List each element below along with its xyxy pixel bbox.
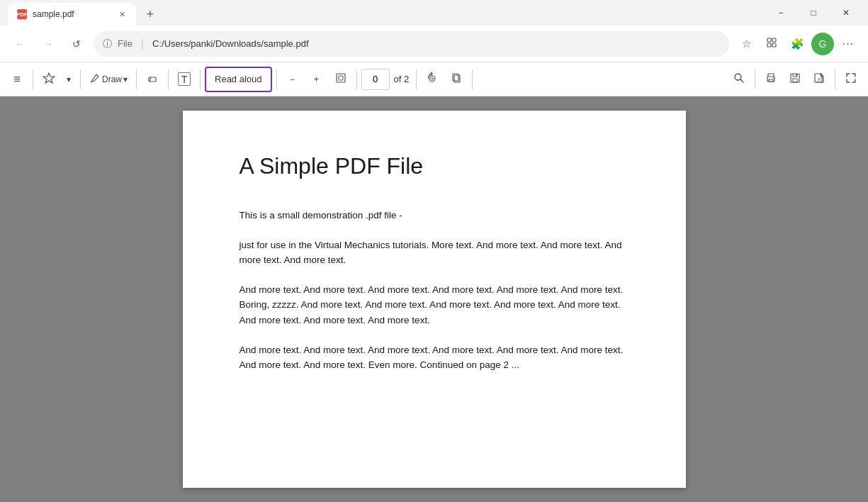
collections-icon xyxy=(766,37,777,50)
forward-button[interactable]: → xyxy=(37,33,60,55)
profile-icon: G xyxy=(819,38,827,50)
menu-icon: ≡ xyxy=(13,73,20,86)
more-icon: ··· xyxy=(842,38,854,50)
svg-rect-7 xyxy=(339,76,343,80)
tab-bar: PDF sample.pdf ✕ + xyxy=(6,0,162,26)
more-button[interactable]: ··· xyxy=(837,33,859,55)
menu-button[interactable]: ≡ xyxy=(6,67,28,92)
svg-rect-15 xyxy=(791,74,799,82)
svg-rect-2 xyxy=(767,43,771,47)
read-aloud-button[interactable]: Read aloud xyxy=(205,67,272,92)
divider-8 xyxy=(416,69,417,89)
eraser-icon xyxy=(146,72,159,87)
address-actions: ☆ 🧩 G ··· xyxy=(735,33,859,55)
profile-button[interactable]: G xyxy=(811,33,834,55)
divider-9 xyxy=(472,69,473,89)
save-as-button[interactable] xyxy=(808,67,830,92)
forward-icon: → xyxy=(43,38,53,50)
back-icon: ← xyxy=(15,38,25,50)
favorites-icon: ☆ xyxy=(742,38,751,50)
divider-3 xyxy=(136,69,137,89)
rotate-icon xyxy=(426,72,439,87)
pdf-paragraph-2: just for use in the Virtual Mechanics tu… xyxy=(239,238,629,268)
svg-rect-17 xyxy=(796,74,797,77)
annotation-dropdown-button[interactable]: ▾ xyxy=(62,67,76,92)
pages-icon xyxy=(450,72,463,87)
collections-button[interactable] xyxy=(760,33,783,55)
file-label: File xyxy=(118,38,133,49)
zoom-out-icon: − xyxy=(290,74,295,84)
eraser-button[interactable] xyxy=(141,67,164,92)
svg-marker-4 xyxy=(43,73,55,83)
draw-button[interactable]: Draw ▾ xyxy=(85,67,132,92)
fit-button[interactable] xyxy=(329,67,352,92)
of-pages-label: of 2 xyxy=(394,74,410,84)
divider-5 xyxy=(200,69,201,89)
pages-panel-button[interactable] xyxy=(445,67,468,92)
reload-icon: ↺ xyxy=(72,38,81,50)
save-icon xyxy=(789,72,801,87)
tab-favicon: PDF xyxy=(17,9,27,19)
address-input-wrap[interactable]: ⓘ File | xyxy=(94,31,729,57)
tab-close-button[interactable]: ✕ xyxy=(116,9,128,20)
minimize-button[interactable]: − xyxy=(765,0,797,26)
extensions-button[interactable]: 🧩 xyxy=(786,33,808,55)
reload-button[interactable]: ↺ xyxy=(65,33,88,55)
tab-title: sample.pdf xyxy=(33,9,111,19)
pdf-toolbar: ≡ ▾ Draw ▾ xyxy=(0,62,868,96)
divider-4 xyxy=(168,69,169,89)
pdf-paragraph-4: And more text. And more text. And more t… xyxy=(239,342,629,373)
fullscreen-button[interactable] xyxy=(840,67,862,92)
separator: | xyxy=(141,38,144,50)
page-number-input[interactable] xyxy=(361,69,390,90)
pdf-body: This is a small demonstration .pdf file … xyxy=(239,208,629,373)
svg-rect-0 xyxy=(767,38,771,42)
text-icon: T xyxy=(178,72,190,86)
fullscreen-icon xyxy=(845,72,857,87)
save-button[interactable] xyxy=(784,67,806,92)
window-controls: − □ ✕ xyxy=(765,0,862,26)
url-input[interactable] xyxy=(152,38,720,49)
svg-rect-1 xyxy=(772,38,776,42)
divider-7 xyxy=(356,69,357,89)
new-tab-button[interactable]: + xyxy=(139,3,162,26)
search-button[interactable] xyxy=(728,67,750,92)
pdf-paragraph-3: And more text. And more text. And more t… xyxy=(239,282,629,328)
rotate-button[interactable] xyxy=(421,67,444,92)
favorites-button[interactable]: ☆ xyxy=(735,33,757,55)
pdf-page: A Simple PDF File This is a small demons… xyxy=(183,111,686,488)
zoom-in-icon: + xyxy=(314,74,319,84)
divider-10 xyxy=(755,69,755,89)
back-button[interactable]: ← xyxy=(9,33,31,55)
svg-point-14 xyxy=(773,77,774,79)
svg-rect-16 xyxy=(793,79,797,82)
maximize-button[interactable]: □ xyxy=(797,0,830,26)
zoom-in-button[interactable]: + xyxy=(305,67,328,92)
divider-2 xyxy=(80,69,81,89)
zoom-out-button[interactable]: − xyxy=(281,67,304,92)
save-as-icon xyxy=(813,72,825,87)
pdf-title: A Simple PDF File xyxy=(239,153,629,179)
extensions-icon: 🧩 xyxy=(791,38,804,50)
fit-icon xyxy=(334,72,347,87)
draw-dropdown-icon: ▾ xyxy=(123,74,128,84)
svg-rect-6 xyxy=(337,74,345,82)
active-tab[interactable]: PDF sample.pdf ✕ xyxy=(9,3,136,26)
divider-1 xyxy=(33,69,33,89)
divider-11 xyxy=(835,69,835,89)
info-icon: ⓘ xyxy=(103,38,112,50)
address-bar: ← → ↺ ⓘ File | ☆ 🧩 xyxy=(0,26,868,62)
search-icon xyxy=(733,72,745,87)
svg-rect-3 xyxy=(772,43,776,47)
draw-label: Draw xyxy=(102,74,122,84)
add-text-button[interactable]: T xyxy=(173,67,196,92)
draw-pen-icon xyxy=(89,72,101,86)
annotations-button[interactable] xyxy=(38,67,60,92)
close-button[interactable]: ✕ xyxy=(830,0,862,26)
print-button[interactable] xyxy=(760,67,782,92)
annotations-icon xyxy=(43,72,55,87)
annotation-dropdown-icon: ▾ xyxy=(67,74,71,84)
svg-rect-13 xyxy=(769,79,773,82)
divider-6 xyxy=(276,69,277,89)
title-bar: PDF sample.pdf ✕ + − □ ✕ xyxy=(0,0,868,26)
